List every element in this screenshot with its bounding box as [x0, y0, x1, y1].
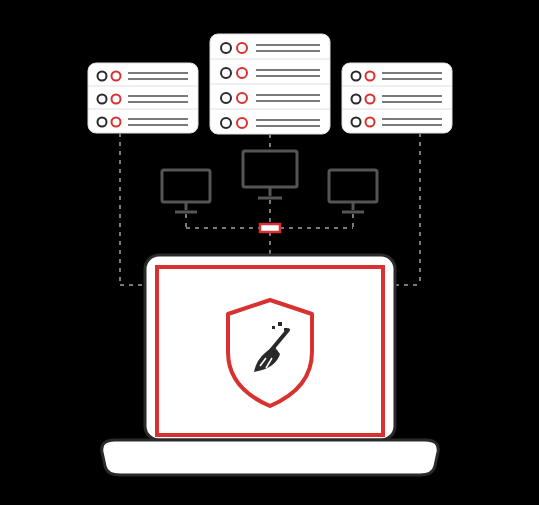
monitor-left: [162, 170, 210, 212]
laptop-icon: [102, 255, 438, 475]
monitor-right: [329, 170, 377, 212]
svg-rect-71: [329, 170, 377, 202]
monitor-center: [243, 151, 297, 198]
svg-rect-1: [88, 65, 198, 87]
hub-icon: [260, 224, 280, 232]
server-stack-left: [88, 63, 198, 133]
diagram-svg: [0, 0, 539, 505]
svg-rect-68: [162, 170, 210, 202]
svg-rect-78: [278, 322, 282, 326]
svg-rect-79: [272, 326, 275, 329]
svg-rect-65: [243, 151, 297, 187]
network-security-diagram: [0, 0, 539, 505]
server-stack-right: [342, 63, 452, 133]
server-stack-center: [210, 34, 330, 134]
svg-rect-80: [284, 328, 287, 331]
